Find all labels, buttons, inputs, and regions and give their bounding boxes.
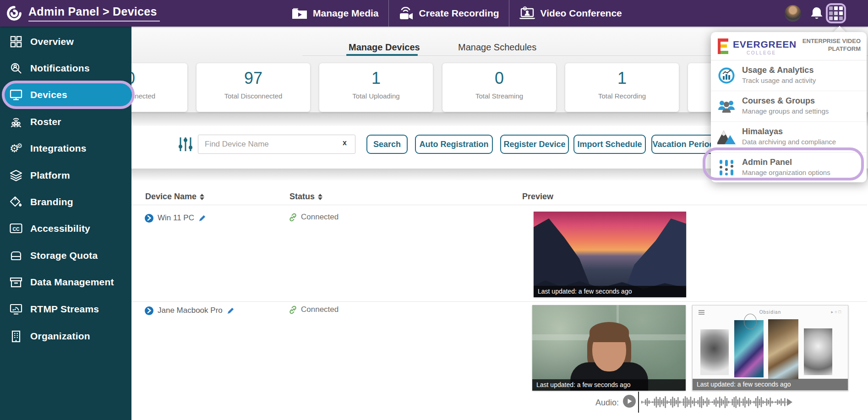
audio-play-button[interactable] [623,395,636,408]
menu-item-description: Data archiving and compliance [742,138,836,146]
sidebar-item-roster[interactable]: Roster [0,110,131,133]
stat-label: Total Recording [565,92,679,100]
menu-item-usage-analytics[interactable]: Usage & Analytics Track usage and activi… [711,60,867,91]
menu-item-courses-groups[interactable]: Courses & Groups Manage groups and setti… [711,91,867,122]
menu-item-himalayas[interactable]: Himalayas Data archiving and compliance [711,122,867,153]
column-header-device-name[interactable]: Device Name [145,192,204,202]
register-device-button[interactable]: Register Device [500,135,569,154]
sidebar: Overview Notifications Devices Roster ⚙⚙… [0,27,131,420]
evergreen-logo-icon [717,38,730,55]
search-button[interactable]: Search [366,135,408,154]
svg-text:CC: CC [12,226,20,232]
video-conference-icon [519,6,535,21]
person-hair-top [590,322,629,342]
sidebar-label: RTMP Streams [30,304,99,315]
audio-playhead[interactable] [638,392,639,413]
vacation-periods-button[interactable]: Vacation Periods [651,135,720,154]
apps-grid-button[interactable] [826,3,846,23]
topbar-actions: Manage Media Create Recording Video Conf [282,0,632,27]
tab-manage-schedules[interactable]: Manage Schedules [458,42,536,53]
device-webcam-preview[interactable]: Last updated: a few seconds ago [532,305,686,391]
sidebar-label: Branding [30,196,73,207]
analytics-chart-icon [717,66,736,85]
org-name: EVERGREEN [733,39,797,50]
device-status: Connected [289,213,338,222]
link-connected-icon [289,305,297,314]
menu-item-title: Himalayas [742,127,783,136]
stat-card-disconnected: 97 Total Disconnected [197,63,310,112]
sidebar-item-storage-quota[interactable]: Storage Quota [0,244,131,267]
edit-pencil-icon[interactable] [198,214,206,222]
sidebar-item-overview[interactable]: Overview [0,30,131,53]
stat-card-recording: 1 Total Recording [565,63,679,112]
sidebar-item-notifications[interactable]: Notifications [0,57,131,80]
menu-item-description: Track usage and activity [742,76,816,84]
menu-item-admin-panel[interactable]: Admin Panel Manage organization options [711,153,867,183]
sidebar-label: Devices [30,89,67,100]
table-row-device-name[interactable]: Win 11 PC [145,213,206,223]
tab-manage-devices[interactable]: Manage Devices [349,42,420,53]
overview-grid-icon [8,34,24,49]
menu-header: EVERGREEN COLLEGE ENTERPRISE VIDEO PLATF… [711,32,867,60]
sidebar-item-branding[interactable]: Branding [0,191,131,213]
device-search-input[interactable] [198,135,355,154]
preview-caption: Last updated: a few seconds ago [534,286,686,297]
screen-image-3 [768,319,798,380]
expand-chevron-icon[interactable] [145,306,153,315]
breadcrumb[interactable]: Admin Panel > Devices [28,5,160,22]
app-logo-swirl-icon[interactable] [5,5,23,22]
device-preview-screenshot[interactable]: Last updated: a few seconds ago [534,212,686,297]
user-avatar[interactable] [785,5,801,22]
sidebar-item-devices[interactable]: Devices [0,83,131,106]
stat-value: 0 [442,69,556,88]
auto-registration-button[interactable]: Auto Registration [415,135,493,154]
filter-sliders-icon[interactable] [178,136,193,153]
expand-chevron-icon[interactable] [145,214,153,223]
stat-label: Total Disconnected [197,92,310,100]
camera-record-icon [399,6,414,21]
device-screenshare-preview[interactable]: Obsidian ▸○□ Last updated: a few seconds… [692,305,848,391]
gears-icon: ⚙⚙ [8,141,24,156]
action-label: Manage Media [313,8,379,19]
groups-people-icon [717,97,736,115]
edit-pencil-icon[interactable] [227,307,235,315]
sidebar-item-data-management[interactable]: Data Management [0,271,131,294]
org-subtitle: COLLEGE [747,50,776,55]
active-tab-underline [346,54,418,56]
action-label: Video Conference [540,8,622,19]
audio-waveform[interactable] [641,395,793,409]
sort-icon[interactable] [200,194,204,200]
table-divider [131,301,867,302]
sidebar-item-rtmp-streams[interactable]: RTMP Streams [0,298,131,321]
screen-circle-decoration [744,314,757,329]
roster-people-icon [8,114,24,130]
monitor-icon [8,87,24,103]
manage-media-button[interactable]: Manage Media [282,0,388,27]
person-search-icon [8,60,24,76]
table-row-device-name[interactable]: Jane Macbook Pro [145,306,235,315]
sort-icon[interactable] [318,194,322,200]
menu-item-title: Usage & Analytics [742,65,813,75]
screen-image-4 [804,328,832,375]
storage-drive-icon [8,248,24,263]
sidebar-item-integrations[interactable]: ⚙⚙ Integrations [0,137,131,160]
sidebar-label: Accessibility [30,223,90,234]
admin-sliders-icon [717,158,736,177]
column-header-status[interactable]: Status [289,192,322,202]
device-name: Win 11 PC [158,213,194,223]
sidebar-label: Integrations [30,143,87,154]
sidebar-item-accessibility[interactable]: CC Accessibility [0,217,131,240]
clear-search-icon[interactable]: x [343,139,347,147]
screen-social-icons: ▸○□ [831,310,842,314]
import-schedule-button[interactable]: Import Schedule [573,135,646,154]
sidebar-label: Organization [30,331,90,342]
video-conference-button[interactable]: Video Conference [509,0,632,27]
device-status: Connected [289,305,338,314]
apps-dropdown-menu: EVERGREEN COLLEGE ENTERPRISE VIDEO PLATF… [711,32,867,182]
sidebar-item-organization[interactable]: Organization [0,325,131,348]
bell-icon [810,6,824,21]
create-recording-button[interactable]: Create Recording [389,0,509,27]
sidebar-item-platform[interactable]: Platform [0,164,131,187]
notifications-bell-button[interactable] [810,6,824,21]
status-text: Connected [301,305,338,314]
